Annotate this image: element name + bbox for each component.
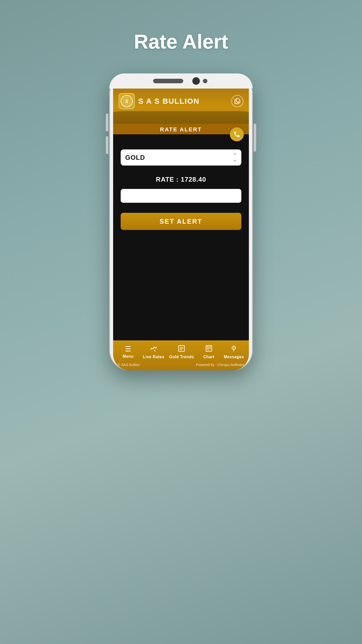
svg-rect-13 (210, 348, 211, 349)
svg-point-17 (233, 347, 235, 348)
svg-rect-10 (210, 346, 211, 348)
whatsapp-button[interactable] (231, 95, 243, 107)
svg-rect-12 (208, 348, 209, 349)
messages-icon (230, 345, 237, 354)
svg-text:$: $ (154, 349, 156, 352)
header-wave (113, 111, 249, 124)
nav-item-menu[interactable]: ☰ Menu (118, 343, 138, 360)
nav-label-chart: Chart (203, 355, 214, 359)
phone-shell: S S A S BULLION RATE ALERT (109, 73, 253, 370)
svg-rect-15 (208, 350, 209, 350)
front-camera (192, 77, 200, 85)
alert-value-input[interactable] (121, 189, 241, 203)
nav-item-gold-trends[interactable]: Gold Trends (169, 343, 194, 361)
phone-notch (109, 73, 253, 89)
power-button (254, 124, 256, 151)
svg-rect-9 (208, 346, 209, 348)
gold-trends-icon (178, 345, 185, 354)
rate-alert-bar: RATE ALERT (113, 124, 249, 134)
nav-item-chart[interactable]: Chart (199, 343, 219, 361)
phone-call-button[interactable] (230, 127, 244, 141)
nav-items: ☰ Menu $ Live Rates (113, 343, 249, 361)
app-body: GOLD ⌃ ⌄ RATE : 1728.40 SET ALERT (113, 134, 249, 340)
nav-label-menu: Menu (123, 354, 134, 359)
volume-down-button (106, 136, 108, 154)
set-alert-button[interactable]: SET ALERT (121, 213, 241, 230)
nav-label-gold-trends: Gold Trends (169, 355, 194, 359)
commodity-selector[interactable]: GOLD ⌃ ⌄ (121, 149, 241, 166)
app-name: S A S BULLION (138, 97, 231, 105)
footer-left: © SAS Bullion (118, 363, 140, 367)
nav-label-live-rates: Live Rates (143, 355, 164, 359)
nav-label-messages: Messages (224, 355, 244, 359)
sensor (203, 79, 207, 83)
svg-rect-11 (207, 348, 208, 349)
app-logo: S (119, 93, 135, 109)
bottom-nav: ☰ Menu $ Live Rates (113, 340, 249, 370)
nav-footer: © SAS Bullion Powered by : Chirayu Softw… (113, 361, 249, 370)
speaker (153, 79, 183, 83)
app-header: S S A S BULLION RATE ALERT (113, 89, 249, 134)
nav-item-messages[interactable]: Messages (224, 343, 244, 361)
chevron-updown-icon: ⌃ ⌄ (233, 153, 237, 162)
live-rates-icon: $ (150, 345, 157, 354)
rate-alert-section-title: RATE ALERT (160, 126, 202, 133)
rate-display: RATE : 1728.40 (156, 176, 206, 183)
menu-icon: ☰ (125, 345, 131, 353)
volume-up-button (106, 114, 108, 131)
nav-item-live-rates[interactable]: $ Live Rates (143, 343, 164, 361)
svg-rect-14 (207, 350, 208, 350)
chart-icon (205, 345, 212, 354)
phone-screen: S S A S BULLION RATE ALERT (113, 89, 249, 370)
page-title: Rate Alert (134, 30, 228, 53)
commodity-value: GOLD (125, 154, 145, 162)
svg-text:S: S (125, 99, 128, 104)
footer-right: Powered by : Chirayu Software (196, 363, 244, 367)
svg-rect-8 (207, 346, 208, 348)
